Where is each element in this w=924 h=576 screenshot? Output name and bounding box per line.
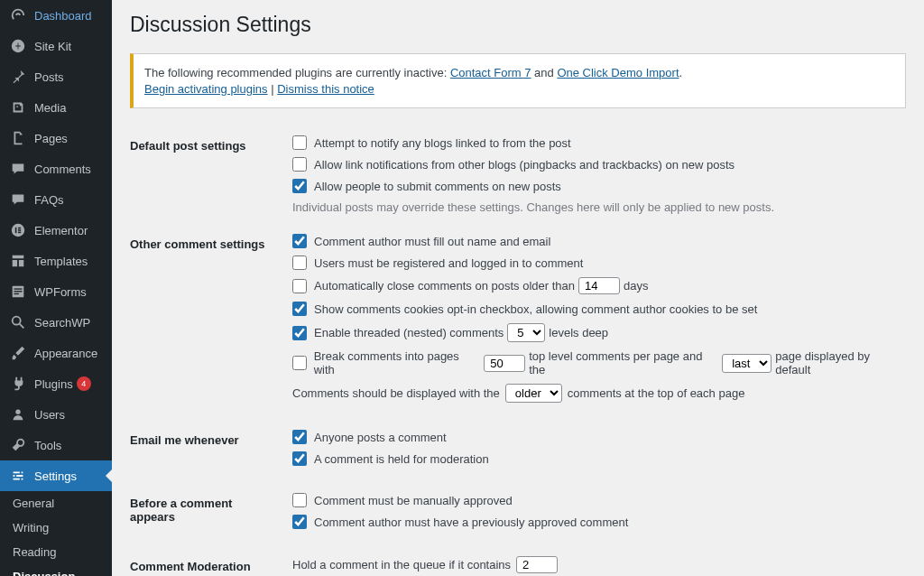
sidebar-item-label: Templates [34, 255, 88, 268]
svg-rect-3 [18, 228, 21, 229]
sidebar-item-pages[interactable]: Pages [0, 123, 112, 153]
sidebar-item-label: Appearance [34, 347, 97, 360]
svg-point-11 [15, 410, 20, 414]
sidebar-item-label: Posts [34, 70, 64, 84]
plugin-notice: The following recommended plugins are cu… [130, 53, 906, 108]
page-icon [9, 129, 27, 147]
tool-icon [9, 436, 27, 454]
search-icon [9, 313, 27, 331]
sidebar-item-templates[interactable]: Templates [0, 246, 112, 276]
label-break-suffix: page displayed by default [775, 349, 906, 376]
plugin-link-demoimport[interactable]: One Click Demo Import [557, 66, 679, 79]
sidebar-item-label: Users [34, 408, 65, 422]
label-pingback-notify: Attempt to notify any blogs linked to fr… [314, 136, 571, 150]
update-badge: 4 [77, 376, 91, 391]
sidebar-item-wpforms[interactable]: WPForms [0, 276, 112, 307]
sidebar-item-label: Media [34, 101, 66, 115]
checkbox-paginate[interactable] [292, 356, 307, 370]
sidebar-item-tools[interactable]: Tools [0, 430, 112, 460]
sidebar-item-label: Settings [34, 469, 77, 483]
user-icon [9, 405, 27, 423]
pin-icon [9, 68, 27, 86]
svg-point-0 [16, 106, 18, 107]
label-allow-pingbacks: Allow link notifications from other blog… [314, 158, 735, 172]
label-break-mid: top level comments per page and the [529, 349, 718, 376]
sidebar-item-label: Pages [34, 132, 68, 145]
checkbox-cookies-optin[interactable] [292, 302, 307, 316]
comment-icon [9, 190, 27, 209]
sidebar-item-label: Elementor [34, 224, 88, 237]
comment-icon [9, 160, 27, 178]
label-auto-close-suffix: days [624, 279, 648, 293]
sidebar-sub-reading[interactable]: Reading [0, 540, 112, 564]
label-allow-comments: Allow people to submit comments on new p… [314, 180, 561, 193]
sidebar-item-label: SearchWP [34, 316, 90, 330]
sidebar-item-label: WPForms [34, 285, 87, 299]
sidebar-item-site-kit[interactable]: Site Kit [0, 31, 112, 61]
label-break-prefix: Break comments into pages with [314, 349, 480, 376]
checkbox-allow-comments[interactable] [292, 179, 307, 193]
checkbox-threaded[interactable] [292, 326, 307, 340]
sidebar-item-dashboard[interactable]: Dashboard [0, 0, 112, 31]
section-heading-moderation: Comment Moderation [130, 545, 292, 576]
svg-rect-9 [14, 293, 19, 294]
label-display-suffix: comments at the top of each page [568, 386, 745, 400]
label-display-prefix: Comments should be displayed with the [292, 386, 500, 400]
sidebar-item-searchwp[interactable]: SearchWP [0, 307, 112, 338]
sidebar-item-label: Comments [34, 163, 91, 176]
checkbox-manual-approve[interactable] [292, 493, 307, 507]
checkbox-require-registration[interactable] [292, 255, 307, 270]
sidebar-item-media[interactable]: Media [0, 92, 112, 123]
plug-icon [9, 375, 27, 393]
sidebar-sub-writing[interactable]: Writing [0, 516, 112, 540]
dismiss-notice-link[interactable]: Dismiss this notice [277, 82, 374, 96]
svg-rect-8 [14, 291, 23, 292]
sidebar-item-appearance[interactable]: Appearance [0, 338, 112, 368]
sidebar-item-posts[interactable]: Posts [0, 61, 112, 92]
checkbox-pingback-notify[interactable] [292, 135, 307, 150]
sidebar-sub-discussion[interactable]: Discussion [0, 564, 112, 576]
input-comments-per-page[interactable] [484, 355, 525, 372]
select-default-page[interactable]: last [722, 354, 772, 373]
checkbox-email-anyone[interactable] [292, 430, 307, 444]
input-close-days[interactable] [578, 277, 620, 294]
checkbox-allow-pingbacks[interactable] [292, 157, 307, 172]
sidebar-item-comments[interactable]: Comments [0, 153, 112, 184]
svg-rect-2 [15, 228, 17, 233]
checkbox-require-name-email[interactable] [292, 234, 307, 248]
sidebar-item-label: Dashboard [34, 9, 92, 23]
page-title: Discussion Settings [130, 13, 906, 37]
label-require-registration: Users must be registered and logged in t… [314, 256, 583, 270]
sidebar-item-label: Site Kit [34, 40, 71, 53]
svg-rect-4 [18, 229, 21, 231]
checkbox-prev-approved[interactable] [292, 515, 307, 529]
label-manual-approve: Comment must be manually approved [314, 494, 513, 507]
label-prev-approved: Comment author must have a previously ap… [314, 516, 628, 529]
sidebar-item-plugins[interactable]: Plugins4 [0, 368, 112, 399]
select-thread-depth[interactable]: 5 [507, 323, 545, 342]
plugin-link-contactform7[interactable]: Contact Form 7 [450, 66, 531, 79]
select-comment-order[interactable]: older [505, 384, 562, 403]
section-heading-email: Email me whenever [130, 419, 292, 482]
sidebar-item-elementor[interactable]: Elementor [0, 215, 112, 246]
dashboard-icon [9, 6, 27, 24]
elementor-icon [9, 221, 27, 239]
label-cookies-optin: Show comments cookies opt-in checkbox, a… [314, 302, 757, 316]
sidebar-item-settings[interactable]: Settings [0, 460, 112, 491]
notice-text: The following recommended plugins are cu… [144, 66, 450, 79]
label-threaded-suffix: levels deep [549, 326, 608, 339]
sidebar-sub-general[interactable]: General [0, 491, 112, 516]
label-auto-close-prefix: Automatically close comments on posts ol… [314, 279, 575, 293]
checkbox-auto-close[interactable] [292, 279, 307, 293]
section-heading-other: Other comment settings [130, 223, 292, 419]
input-hold-links[interactable] [516, 556, 558, 573]
content-area: Discussion Settings The following recomm… [112, 0, 924, 576]
sidebar-item-users[interactable]: Users [0, 399, 112, 430]
checkbox-email-moderation[interactable] [292, 451, 307, 466]
svg-point-10 [13, 317, 21, 325]
section-heading-before: Before a comment appears [130, 482, 292, 545]
sitekit-icon [9, 37, 27, 55]
templates-icon [9, 252, 27, 270]
begin-activating-link[interactable]: Begin activating plugins [144, 82, 268, 96]
sidebar-item-faqs[interactable]: FAQs [0, 184, 112, 215]
